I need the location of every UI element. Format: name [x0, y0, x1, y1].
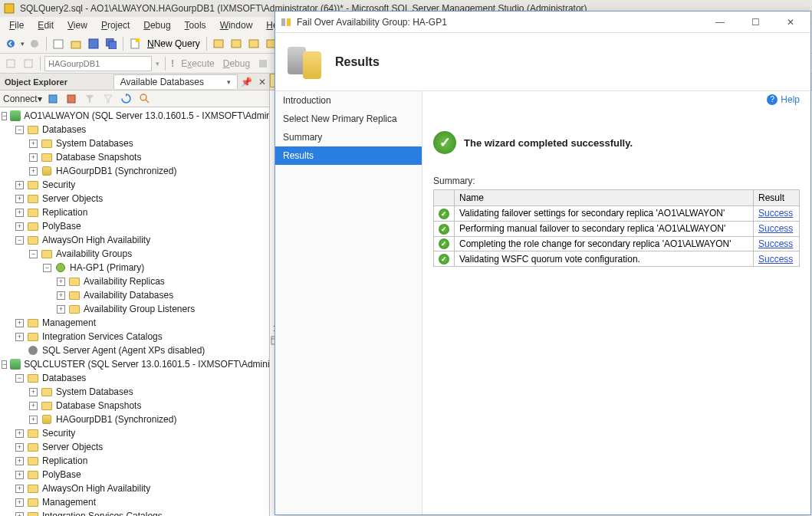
tree-availrep[interactable]: +Availability Replicas	[0, 274, 269, 288]
menu-view[interactable]: View	[61, 18, 94, 32]
tree-availlist[interactable]: +Availability Group Listeners	[0, 302, 269, 316]
minimize-button[interactable]: —	[705, 15, 735, 30]
row-result[interactable]: Success	[754, 251, 800, 267]
nav-results[interactable]: Results	[275, 146, 422, 165]
connect-icon-2[interactable]	[64, 91, 79, 107]
fwd-btn[interactable]	[27, 36, 42, 51]
new-project-icon[interactable]	[51, 36, 66, 51]
tree-security[interactable]: +Security	[0, 178, 269, 192]
folder-icon	[41, 248, 53, 259]
tree-security-2[interactable]: +Security	[0, 426, 269, 440]
menu-tools[interactable]: Tools	[179, 18, 212, 32]
tree-replication[interactable]: +Replication	[0, 205, 269, 219]
tree-snap[interactable]: +Database Snapshots	[0, 150, 269, 164]
tree-serverobj[interactable]: +Server Objects	[0, 192, 269, 205]
tree-serverobj-2[interactable]: +Server Objects	[0, 440, 269, 454]
open-icon[interactable]	[68, 36, 84, 51]
refresh-icon[interactable]	[119, 91, 134, 107]
tree-mgmt[interactable]: +Management	[0, 316, 269, 330]
folder-icon	[27, 179, 39, 190]
tree-alwayson-2[interactable]: +AlwaysOn High Availability	[0, 481, 269, 495]
tree-availgroups[interactable]: −Availability Groups	[0, 247, 269, 261]
help-link[interactable]: ? Help	[767, 94, 800, 105]
tree-hadb[interactable]: +HAGourpDB1 (Synchronized)	[0, 164, 269, 178]
tbl-icon-1[interactable]	[211, 36, 226, 51]
connect-icon-1[interactable]	[45, 91, 61, 107]
menu-window[interactable]: Window	[214, 18, 259, 32]
close-button[interactable]: ✕	[775, 15, 806, 30]
svg-rect-4	[71, 41, 81, 48]
server-icon	[10, 110, 21, 121]
dropdown-arrow-icon[interactable]: ▾	[227, 78, 231, 86]
available-databases-tab[interactable]: Available Databases ▾	[113, 74, 238, 89]
menu-edit[interactable]: Edit	[31, 18, 60, 32]
tree-server-1[interactable]: −AO1\ALWAYON (SQL Server 13.0.1601.5 - I…	[0, 109, 269, 123]
separator	[40, 57, 41, 71]
execute-btn[interactable]: Execute	[178, 58, 217, 69]
save-all-icon[interactable]	[104, 36, 119, 51]
dialog-split: Introduction Select New Primary Replica …	[275, 91, 810, 514]
tree-databases[interactable]: −Databases	[0, 123, 269, 136]
tree-server-2[interactable]: −SQLCLUSTER (SQL Server 13.0.1601.5 - IX…	[0, 357, 269, 371]
nav-select-replica[interactable]: Select New Primary Replica	[275, 110, 422, 128]
tree-mgmt-2[interactable]: +Management	[0, 495, 269, 509]
tbl-icon-2[interactable]	[228, 36, 244, 51]
dialog-title-bar[interactable]: Fail Over Availability Group: HA-GP1 — ☐…	[275, 12, 810, 33]
debug-btn[interactable]: Debug	[220, 58, 253, 69]
tree-sysdb-2[interactable]: +System Databases	[0, 385, 269, 399]
tree-sysdb[interactable]: +System Databases	[0, 136, 269, 150]
maximize-button[interactable]: ☐	[740, 15, 771, 30]
tree-agent[interactable]: SQL Server Agent (Agent XPs disabled)	[0, 343, 269, 357]
filter-icon[interactable]	[82, 91, 97, 107]
tool-b2[interactable]	[21, 56, 36, 71]
row-result[interactable]: Success	[754, 221, 800, 236]
failover-dialog: Fail Over Availability Group: HA-GP1 — ☐…	[275, 11, 811, 515]
folder-icon	[41, 152, 53, 163]
new-query-btn[interactable]: NNew Query	[145, 38, 202, 49]
connect-btn[interactable]: Connect▾	[3, 94, 42, 104]
tree-hagp1[interactable]: −HA-GP1 (Primary)	[0, 261, 269, 274]
tree-intsvc[interactable]: +Integration Services Catalogs	[0, 330, 269, 343]
folder-icon	[68, 304, 81, 314]
nav-introduction[interactable]: Introduction	[275, 91, 422, 110]
help-icon: ?	[767, 94, 777, 105]
dropdown-arrow[interactable]: ▾	[21, 40, 25, 48]
table-row: ✓Validating failover settings for second…	[434, 206, 800, 222]
dialog-content: ? Help ✓ The wizard completed successful…	[422, 91, 810, 514]
combo-arrow[interactable]: ▾	[154, 60, 161, 67]
folder-icon	[27, 124, 39, 135]
tree-hadb-2[interactable]: +HAGourpDB1 (Synchronized)	[0, 412, 269, 426]
menu-project[interactable]: Project	[95, 18, 136, 32]
menu-file[interactable]: File	[3, 18, 30, 32]
save-icon[interactable]	[86, 36, 101, 51]
svg-rect-16	[259, 60, 267, 67]
tree-replication-2[interactable]: +Replication	[0, 454, 269, 468]
tree-polybase-2[interactable]: +PolyBase	[0, 468, 269, 481]
tree-databases-2[interactable]: −Databases	[0, 371, 269, 385]
tree-polybase[interactable]: +PolyBase	[0, 219, 269, 233]
menu-debug[interactable]: Debug	[137, 18, 176, 32]
col-name: Name	[455, 190, 754, 206]
row-result[interactable]: Success	[754, 206, 800, 222]
oe-tree[interactable]: −AO1\ALWAYON (SQL Server 13.0.1601.5 - I…	[0, 107, 269, 516]
tree-snap-2[interactable]: +Database Snapshots	[0, 399, 269, 412]
search-icon[interactable]	[137, 91, 153, 107]
svg-rect-5	[89, 39, 98, 48]
tree-alwayson[interactable]: −AlwaysOn High Availability	[0, 233, 269, 247]
filter2-icon[interactable]	[100, 91, 116, 107]
stop-icon[interactable]	[255, 56, 271, 71]
tbl-icon-3[interactable]	[246, 36, 261, 51]
tree-intsvc-2[interactable]: +Integration Services Catalogs	[0, 509, 269, 516]
pin-icon[interactable]: 📌	[238, 77, 255, 87]
row-result[interactable]: Success	[754, 236, 800, 251]
tree-availdb[interactable]: +Availability Databases	[0, 288, 269, 302]
svg-point-1	[7, 40, 15, 48]
new-query-icon[interactable]	[127, 36, 143, 51]
folder-icon	[27, 331, 39, 342]
tool-b1[interactable]	[3, 56, 18, 71]
database-combo[interactable]: HAGourpDB1	[44, 56, 152, 71]
folder-icon	[27, 442, 39, 452]
close-icon[interactable]: ✕	[255, 77, 269, 87]
nav-summary[interactable]: Summary	[275, 128, 422, 146]
back-btn[interactable]	[3, 36, 18, 51]
